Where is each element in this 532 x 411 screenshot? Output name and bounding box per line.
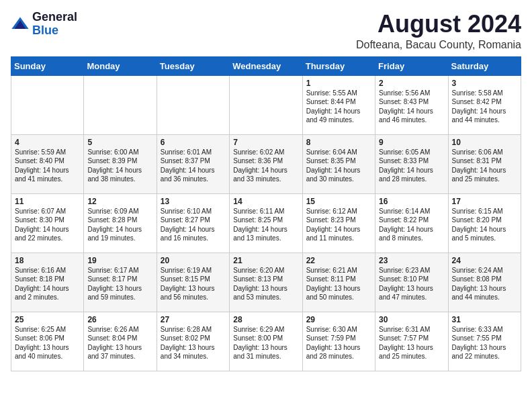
day-info: Sunrise: 6:07 AM Sunset: 8:30 PM Dayligh… (15, 207, 80, 243)
calendar-cell (84, 75, 157, 134)
logo: General Blue (11, 11, 77, 38)
calendar-cell: 17Sunrise: 6:15 AM Sunset: 8:20 PM Dayli… (448, 193, 521, 253)
day-info: Sunrise: 6:05 AM Sunset: 8:33 PM Dayligh… (379, 148, 444, 184)
day-info: Sunrise: 6:11 AM Sunset: 8:25 PM Dayligh… (233, 207, 298, 243)
calendar-cell: 27Sunrise: 6:28 AM Sunset: 8:02 PM Dayli… (157, 312, 229, 371)
day-number: 8 (306, 138, 371, 147)
day-info: Sunrise: 6:12 AM Sunset: 8:23 PM Dayligh… (306, 207, 371, 243)
day-number: 22 (306, 256, 371, 265)
day-number: 26 (87, 315, 152, 324)
day-number: 16 (379, 197, 444, 206)
calendar-cell: 31Sunrise: 6:33 AM Sunset: 7:55 PM Dayli… (448, 312, 521, 371)
day-number: 15 (306, 197, 371, 206)
day-info: Sunrise: 5:56 AM Sunset: 8:43 PM Dayligh… (379, 89, 444, 125)
calendar-title: August 2024 (356, 11, 521, 38)
header-monday: Monday (84, 56, 157, 75)
day-number: 11 (15, 197, 80, 206)
day-number: 12 (87, 197, 152, 206)
day-number: 6 (161, 138, 226, 147)
day-info: Sunrise: 6:31 AM Sunset: 7:57 PM Dayligh… (379, 325, 444, 361)
day-number: 5 (87, 138, 152, 147)
day-info: Sunrise: 5:58 AM Sunset: 8:42 PM Dayligh… (452, 89, 517, 125)
header-sunday: Sunday (11, 56, 84, 75)
calendar-cell: 13Sunrise: 6:10 AM Sunset: 8:27 PM Dayli… (157, 193, 229, 253)
day-info: Sunrise: 6:21 AM Sunset: 8:11 PM Dayligh… (306, 266, 371, 302)
header-wednesday: Wednesday (230, 56, 302, 75)
calendar-cell: 9Sunrise: 6:05 AM Sunset: 8:33 PM Daylig… (375, 134, 448, 193)
calendar-cell: 24Sunrise: 6:24 AM Sunset: 8:08 PM Dayli… (448, 253, 521, 312)
day-info: Sunrise: 6:26 AM Sunset: 8:04 PM Dayligh… (87, 325, 152, 361)
day-info: Sunrise: 6:02 AM Sunset: 8:36 PM Dayligh… (233, 148, 298, 184)
day-info: Sunrise: 6:09 AM Sunset: 8:28 PM Dayligh… (87, 207, 152, 243)
logo-text: General Blue (32, 11, 77, 38)
day-info: Sunrise: 5:59 AM Sunset: 8:40 PM Dayligh… (15, 148, 80, 184)
calendar-subtitle: Dofteana, Bacau County, Romania (356, 39, 521, 51)
calendar-cell (157, 75, 229, 134)
day-info: Sunrise: 6:23 AM Sunset: 8:10 PM Dayligh… (379, 266, 444, 302)
calendar-cell: 25Sunrise: 6:25 AM Sunset: 8:06 PM Dayli… (11, 312, 84, 371)
day-number: 17 (452, 197, 517, 206)
calendar-cell: 28Sunrise: 6:29 AM Sunset: 8:00 PM Dayli… (230, 312, 302, 371)
day-number: 25 (15, 315, 80, 324)
day-number: 1 (306, 79, 371, 88)
day-info: Sunrise: 6:16 AM Sunset: 8:18 PM Dayligh… (15, 266, 80, 302)
calendar-cell: 23Sunrise: 6:23 AM Sunset: 8:10 PM Dayli… (375, 253, 448, 312)
calendar-cell: 30Sunrise: 6:31 AM Sunset: 7:57 PM Dayli… (375, 312, 448, 371)
calendar-cell: 19Sunrise: 6:17 AM Sunset: 8:17 PM Dayli… (84, 253, 157, 312)
week-row-2: 4Sunrise: 5:59 AM Sunset: 8:40 PM Daylig… (11, 134, 521, 193)
day-number: 18 (15, 256, 80, 265)
calendar-cell: 5Sunrise: 6:00 AM Sunset: 8:39 PM Daylig… (84, 134, 157, 193)
day-info: Sunrise: 6:28 AM Sunset: 8:02 PM Dayligh… (161, 325, 226, 361)
calendar-cell: 10Sunrise: 6:06 AM Sunset: 8:31 PM Dayli… (448, 134, 521, 193)
day-info: Sunrise: 6:24 AM Sunset: 8:08 PM Dayligh… (452, 266, 517, 302)
day-number: 2 (379, 79, 444, 88)
day-number: 31 (452, 315, 517, 324)
week-row-5: 25Sunrise: 6:25 AM Sunset: 8:06 PM Dayli… (11, 312, 521, 371)
calendar-cell (230, 75, 302, 134)
day-number: 21 (233, 256, 298, 265)
calendar-cell: 1Sunrise: 5:55 AM Sunset: 8:44 PM Daylig… (302, 75, 375, 134)
day-number: 28 (233, 315, 298, 324)
day-number: 23 (379, 256, 444, 265)
calendar-cell: 7Sunrise: 6:02 AM Sunset: 8:36 PM Daylig… (230, 134, 302, 193)
day-info: Sunrise: 6:15 AM Sunset: 8:20 PM Dayligh… (452, 207, 517, 243)
calendar-table: SundayMondayTuesdayWednesdayThursdayFrid… (11, 56, 521, 371)
day-info: Sunrise: 6:20 AM Sunset: 8:13 PM Dayligh… (233, 266, 298, 302)
day-info: Sunrise: 6:10 AM Sunset: 8:27 PM Dayligh… (161, 207, 226, 243)
day-info: Sunrise: 6:14 AM Sunset: 8:22 PM Dayligh… (379, 207, 444, 243)
header-tuesday: Tuesday (157, 56, 229, 75)
calendar-cell: 14Sunrise: 6:11 AM Sunset: 8:25 PM Dayli… (230, 193, 302, 253)
header-friday: Friday (375, 56, 448, 75)
day-number: 27 (161, 315, 226, 324)
day-info: Sunrise: 6:04 AM Sunset: 8:35 PM Dayligh… (306, 148, 371, 184)
day-info: Sunrise: 6:06 AM Sunset: 8:31 PM Dayligh… (452, 148, 517, 184)
title-section: August 2024 Dofteana, Bacau County, Roma… (356, 11, 521, 51)
calendar-cell: 18Sunrise: 6:16 AM Sunset: 8:18 PM Dayli… (11, 253, 84, 312)
calendar-cell: 15Sunrise: 6:12 AM Sunset: 8:23 PM Dayli… (302, 193, 375, 253)
day-number: 10 (452, 138, 517, 147)
calendar-cell: 3Sunrise: 5:58 AM Sunset: 8:42 PM Daylig… (448, 75, 521, 134)
header-thursday: Thursday (302, 56, 375, 75)
calendar-cell: 22Sunrise: 6:21 AM Sunset: 8:11 PM Dayli… (302, 253, 375, 312)
day-info: Sunrise: 6:29 AM Sunset: 8:00 PM Dayligh… (233, 325, 298, 361)
calendar-cell: 8Sunrise: 6:04 AM Sunset: 8:35 PM Daylig… (302, 134, 375, 193)
day-info: Sunrise: 5:55 AM Sunset: 8:44 PM Dayligh… (306, 89, 371, 125)
week-row-3: 11Sunrise: 6:07 AM Sunset: 8:30 PM Dayli… (11, 193, 521, 253)
day-number: 3 (452, 79, 517, 88)
day-info: Sunrise: 6:17 AM Sunset: 8:17 PM Dayligh… (87, 266, 152, 302)
day-number: 9 (379, 138, 444, 147)
day-number: 7 (233, 138, 298, 147)
week-row-4: 18Sunrise: 6:16 AM Sunset: 8:18 PM Dayli… (11, 253, 521, 312)
day-info: Sunrise: 6:00 AM Sunset: 8:39 PM Dayligh… (87, 148, 152, 184)
week-row-1: 1Sunrise: 5:55 AM Sunset: 8:44 PM Daylig… (11, 75, 521, 134)
calendar-cell: 16Sunrise: 6:14 AM Sunset: 8:22 PM Dayli… (375, 193, 448, 253)
calendar-cell: 12Sunrise: 6:09 AM Sunset: 8:28 PM Dayli… (84, 193, 157, 253)
calendar-cell: 21Sunrise: 6:20 AM Sunset: 8:13 PM Dayli… (230, 253, 302, 312)
day-info: Sunrise: 6:33 AM Sunset: 7:55 PM Dayligh… (452, 325, 517, 361)
day-number: 14 (233, 197, 298, 206)
day-info: Sunrise: 6:01 AM Sunset: 8:37 PM Dayligh… (161, 148, 226, 184)
day-number: 4 (15, 138, 80, 147)
day-number: 29 (306, 315, 371, 324)
day-info: Sunrise: 6:30 AM Sunset: 7:59 PM Dayligh… (306, 325, 371, 361)
day-number: 13 (161, 197, 226, 206)
